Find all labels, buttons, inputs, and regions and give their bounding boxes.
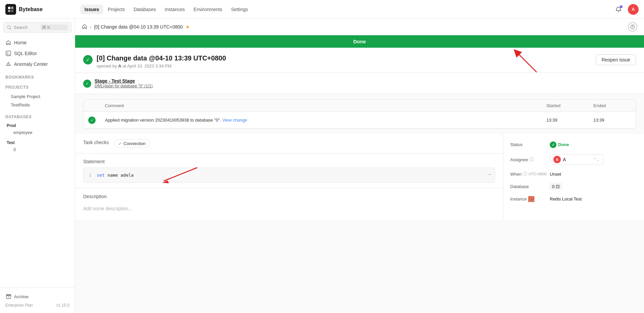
user-avatar[interactable]: A xyxy=(628,4,639,15)
stage-title[interactable]: Stage - Test Stage xyxy=(95,78,153,84)
db-group-test-label: Test xyxy=(3,139,72,146)
nav-right: A xyxy=(613,4,639,15)
assignee-avatar: A xyxy=(553,156,561,163)
status-text: Done xyxy=(558,142,569,147)
plan-label: Enterprise Plan xyxy=(5,303,33,308)
issue-title-block: [0] Change data @04-10 13:39 UTC+0800 op… xyxy=(97,54,226,69)
sidebar-item-archive[interactable]: Archive xyxy=(5,292,69,302)
col-header-ended: Ended xyxy=(589,100,636,111)
instance-label-text: Instance xyxy=(510,196,527,202)
nav-projects[interactable]: Projects xyxy=(104,5,129,14)
description-placeholder[interactable]: Add some description... xyxy=(83,203,495,215)
db-group-test: Test 0 xyxy=(0,138,75,155)
stage-check: ✓ xyxy=(83,80,91,88)
instance-value: Redis Local Test xyxy=(550,196,582,202)
status-check-icon: ✓ xyxy=(550,141,556,148)
sidebar-item-home[interactable]: Home xyxy=(3,37,72,48)
assignee-select[interactable]: A A ⌃⌄ xyxy=(550,154,603,165)
breadcrumb-right xyxy=(628,22,637,32)
breadcrumb-current: [0] Change data @04-10 13:39 UTC+0800 xyxy=(94,24,183,30)
table-header: Comment Started Ended xyxy=(84,100,636,112)
nav-databases[interactable]: Databases xyxy=(129,5,160,14)
sidebar-project-testredis[interactable]: TestRedis xyxy=(3,101,72,109)
logo-icon xyxy=(5,4,16,15)
svg-rect-5 xyxy=(6,51,11,56)
top-navigation: Bytebase Issues Projects Databases Insta… xyxy=(0,0,644,19)
task-checks-label: Task checks xyxy=(83,140,109,145)
search-icon xyxy=(7,25,12,30)
assignee-row: Assignee ⓘ A A ⌃⌄ xyxy=(510,154,637,165)
sidebar-item-anomaly-label: Anomaly Center xyxy=(14,61,48,67)
sidebar-item-sql-editor[interactable]: SQL Editor xyxy=(3,48,72,59)
projects-list: Sample Project TestRedis xyxy=(0,91,75,110)
col-header-check xyxy=(84,100,100,111)
issue-title: [0] Change data @04-10 13:39 UTC+0800 xyxy=(97,54,226,62)
sidebar-bottom: Archive Enterprise Plan v1.15.0 xyxy=(0,287,75,313)
nav-environments[interactable]: Environments xyxy=(190,5,226,14)
db-item-0[interactable]: 0 xyxy=(3,146,72,153)
breadcrumb-bar: › [0] Change data @04-10 13:39 UTC+0800 … xyxy=(75,19,644,35)
stage-subtitle[interactable]: DML(data) for database "0" (1/1) xyxy=(95,84,153,88)
row-started: 13:39 xyxy=(542,114,589,127)
issue-date: April 10, 2023 3:34 PM xyxy=(127,63,171,69)
db-group-prod: Prod employee xyxy=(0,121,75,138)
notification-dot xyxy=(620,5,623,8)
sidebar-project-sample[interactable]: Sample Project xyxy=(3,92,72,101)
when-info-icon[interactable]: ⓘ xyxy=(523,171,527,177)
code-content: set name adela xyxy=(97,173,134,178)
db-item-employee[interactable]: employee xyxy=(3,129,72,136)
reopen-issue-button[interactable]: Reopen issue xyxy=(596,54,636,65)
status-label: Status xyxy=(510,142,547,147)
archive-label: Archive xyxy=(14,294,29,299)
row-comment-text: Applied migration version 20230410053938… xyxy=(105,118,221,123)
nav-issues[interactable]: Issues xyxy=(80,5,103,14)
breadcrumb-star[interactable]: ★ xyxy=(185,24,190,30)
database-chip: 0 ⊡ xyxy=(550,183,562,190)
issue-header: ✓ [0] Change data @04-10 13:39 UTC+0800 … xyxy=(75,48,644,73)
statement-title: Statement xyxy=(83,159,495,164)
breadcrumb-home[interactable] xyxy=(82,24,87,30)
main-panel: Task checks ✓ Connection Statement xyxy=(75,134,503,220)
databases-section-label: Databases xyxy=(0,110,75,121)
search-box[interactable]: Search ⌘ K xyxy=(3,22,71,33)
sidebar: Search ⌘ K Home xyxy=(0,19,75,313)
connection-label: Connection xyxy=(123,141,146,146)
issue-status-check: ✓ xyxy=(83,55,93,64)
row-ended: 13:39 xyxy=(589,114,636,127)
statement-section: Statement 1 xyxy=(75,153,503,188)
terminal-icon: ⊡ xyxy=(556,184,560,189)
sidebar-item-home-label: Home xyxy=(14,40,26,45)
sql-editor-icon xyxy=(5,50,11,56)
code-block[interactable]: 1 set name adela — xyxy=(83,168,495,183)
archive-icon xyxy=(5,294,11,300)
nav-instances[interactable]: Instances xyxy=(161,5,189,14)
status-row: Status ✓ Done xyxy=(510,141,637,148)
connection-check-icon: ✓ xyxy=(118,141,122,146)
nav-settings[interactable]: Settings xyxy=(227,5,252,14)
when-value: Unset xyxy=(550,172,561,177)
help-icon[interactable] xyxy=(628,22,637,32)
status-value: ✓ Done xyxy=(550,141,569,148)
svg-point-10 xyxy=(632,28,633,28)
annotation-arrow-1 xyxy=(510,49,550,76)
description-title: Description xyxy=(83,194,495,199)
code-corner-icon[interactable]: — xyxy=(488,171,491,178)
app-logo[interactable]: Bytebase xyxy=(5,4,79,15)
col-header-comment: Comment xyxy=(100,100,542,111)
issue-meta: opened by A at April 10, 2023 3:34 PM xyxy=(97,63,226,69)
view-change-link[interactable]: View change xyxy=(222,118,247,123)
row-check: ✓ xyxy=(84,112,100,128)
sidebar-item-anomaly[interactable]: Anomaly Center xyxy=(3,59,72,70)
assignee-info-icon[interactable]: ⓘ xyxy=(529,156,534,163)
database-row: Database 0 ⊡ xyxy=(510,183,637,190)
main-content: › [0] Change data @04-10 13:39 UTC+0800 … xyxy=(75,19,644,313)
issue-author-link[interactable]: A xyxy=(118,63,121,69)
version-label: v1.15.0 xyxy=(56,303,69,308)
search-placeholder: Search xyxy=(14,25,39,30)
nav-items: Issues Projects Databases Instances Envi… xyxy=(80,5,612,14)
connection-badge: ✓ Connection xyxy=(114,139,150,148)
stage-header: ✓ Stage - Test Stage DML(data) for datab… xyxy=(83,78,636,88)
sidebar-nav: Home SQL Editor xyxy=(0,36,75,71)
notification-button[interactable] xyxy=(613,4,624,15)
when-timezone: UTC+0800 xyxy=(529,172,547,176)
